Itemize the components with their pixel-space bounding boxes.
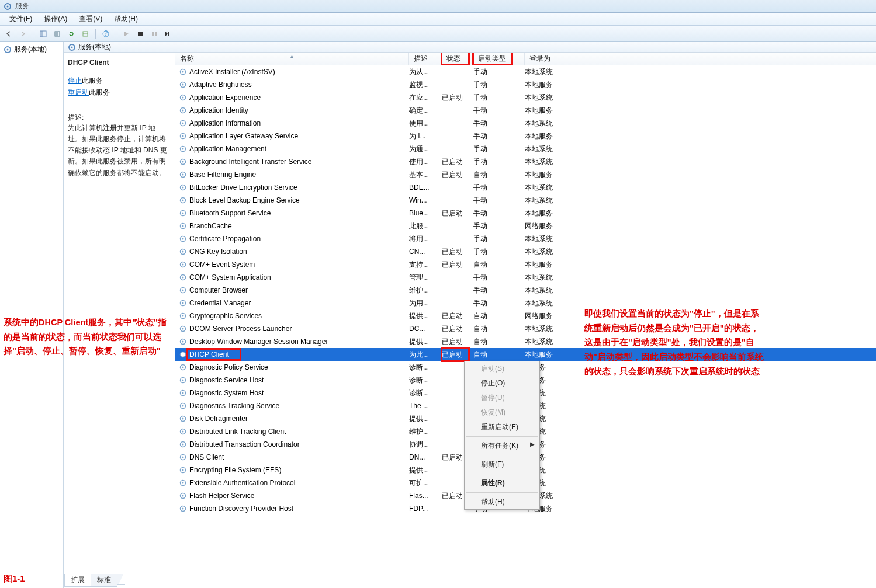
service-startup: 手动	[473, 286, 525, 295]
col-logon-label: 登录为	[529, 54, 550, 64]
service-row[interactable]: Base Filtering Engine基本...已启动自动本地服务	[175, 168, 876, 181]
service-row[interactable]: DCOM Server Process LauncherDC...已启动自动本地…	[175, 322, 876, 335]
service-desc: 诊断...	[409, 375, 442, 385]
service-status: 已启动	[442, 157, 473, 167]
gear-icon	[179, 171, 187, 179]
service-status: 已启动	[442, 311, 473, 321]
svg-point-84	[182, 495, 184, 497]
show-hide-tree-button[interactable]	[37, 27, 50, 40]
gear-icon	[179, 415, 187, 423]
stop-service-button[interactable]	[134, 27, 147, 40]
service-row[interactable]: Application Identity确定...手动本地服务	[175, 104, 876, 117]
col-status[interactable]: 状态	[442, 53, 473, 65]
svg-point-64	[182, 367, 184, 368]
service-name: Block Level Backup Engine Service	[189, 196, 300, 204]
service-row[interactable]: Bluetooth Support ServiceBlue...已启动手动本地服…	[175, 207, 876, 220]
context-menu-item[interactable]: 刷新(F)	[465, 457, 539, 472]
col-logon[interactable]: 登录为	[525, 53, 577, 65]
service-row[interactable]: Block Level Backup Engine ServiceWin...手…	[175, 194, 876, 207]
service-row[interactable]: BranchCache此服...手动网络服务	[175, 220, 876, 232]
menu-action[interactable]: 操作(A)	[38, 13, 73, 25]
service-name: Distributed Transaction Coordinator	[189, 440, 300, 448]
col-startup[interactable]: 启动类型	[473, 53, 525, 65]
service-row[interactable]: Cryptographic Services提供...已启动自动网络服务	[175, 309, 876, 322]
service-desc: FDP...	[409, 505, 442, 513]
service-row[interactable]: BitLocker Drive Encryption ServiceBDE...…	[175, 181, 876, 194]
menu-file[interactable]: 文件(F)	[4, 13, 38, 25]
service-row[interactable]: COM+ System Application管理...手动本地系统	[175, 271, 876, 284]
gear-icon	[179, 363, 187, 371]
description-text: 为此计算机注册并更新 IP 地址。如果此服务停止，计算机将不能接收动态 IP 地…	[68, 123, 169, 179]
service-name: Certificate Propagation	[189, 235, 261, 243]
service-desc: 可扩...	[409, 478, 442, 488]
gear-icon	[179, 81, 187, 89]
service-row[interactable]: COM+ Event System支持...已启动自动本地服务	[175, 258, 876, 271]
service-row[interactable]: Desktop Window Manager Session Manager提供…	[175, 335, 876, 348]
menu-help[interactable]: 帮助(H)	[108, 13, 144, 25]
service-startup: 手动	[473, 157, 525, 167]
stop-link[interactable]: 停止	[68, 76, 82, 85]
service-row[interactable]: DHCP Client为此...已启动自动本地服务	[175, 348, 876, 361]
service-row[interactable]: Application Information使用...手动本地系统	[175, 117, 876, 130]
start-service-button[interactable]	[120, 27, 133, 40]
back-button[interactable]	[2, 27, 15, 40]
svg-point-1	[7, 5, 9, 7]
service-row[interactable]: Background Intelligent Transfer Service使…	[175, 155, 876, 168]
toolbar-separator	[95, 29, 96, 39]
forward-button[interactable]	[16, 27, 29, 40]
service-row[interactable]: CNG Key IsolationCN...已启动手动本地系统	[175, 245, 876, 258]
service-row[interactable]: Computer Browser维护...手动本地系统	[175, 284, 876, 297]
context-menu-item[interactable]: 重新启动(E)	[465, 420, 539, 434]
gear-icon	[179, 273, 187, 281]
col-name[interactable]: 名称▲	[175, 53, 409, 65]
context-menu-item[interactable]: 所有任务(K)▶	[465, 439, 539, 453]
service-logon: 网络服务	[525, 221, 577, 231]
svg-point-70	[182, 405, 184, 407]
restart-service-button[interactable]	[162, 27, 175, 40]
context-menu-item[interactable]: 停止(O)	[465, 376, 539, 391]
context-menu-item[interactable]: 帮助(H)	[465, 495, 539, 509]
service-row[interactable]: ActiveX Installer (AxInstSV)为从...手动本地系统	[175, 65, 876, 78]
gear-icon	[179, 119, 187, 127]
restart-link-suffix: 此服务	[89, 88, 110, 96]
service-name: Extensible Authentication Protocol	[189, 479, 295, 487]
help-button[interactable]: ?	[99, 27, 112, 40]
refresh-button[interactable]	[65, 27, 78, 40]
tree-node-services-local[interactable]: 服务(本地)	[4, 44, 60, 54]
service-name: Bluetooth Support Service	[189, 209, 271, 217]
service-row[interactable]: Credential Manager为用...手动本地系统	[175, 297, 876, 309]
service-name: Distributed Link Tracking Client	[189, 427, 286, 436]
service-row[interactable]: Adaptive Brightness监视...手动本地服务	[175, 78, 876, 91]
service-startup: 手动	[473, 221, 525, 231]
gear-icon	[179, 479, 187, 487]
svg-rect-10	[152, 32, 154, 36]
tab-extended[interactable]: 扩展	[64, 574, 91, 587]
service-name: Flash Helper Service	[189, 492, 254, 500]
context-menu-item[interactable]: 属性(R)	[465, 476, 539, 490]
annotation-left: 系统中的DHCP Client服务，其中"状态"指的是当前的状态，而当前状态我们…	[4, 315, 173, 359]
service-row[interactable]: Application Layer Gateway Service为 I...手…	[175, 130, 876, 142]
tab-standard[interactable]: 标准	[91, 574, 117, 587]
menu-view[interactable]: 查看(V)	[73, 13, 108, 25]
gear-icon	[179, 402, 187, 410]
services-icon	[68, 43, 76, 51]
service-desc: 使用...	[409, 119, 442, 128]
pause-service-button[interactable]	[148, 27, 161, 40]
service-row[interactable]: Application Management为通...手动本地系统	[175, 142, 876, 155]
service-startup: 手动	[473, 80, 525, 90]
properties-button[interactable]	[79, 27, 92, 40]
service-desc: The ...	[409, 402, 442, 410]
service-logon: 本地服务	[525, 106, 577, 116]
col-desc[interactable]: 描述	[409, 53, 442, 65]
service-desc: 监视...	[409, 80, 442, 90]
service-row[interactable]: Certificate Propagation将用...手动本地系统	[175, 232, 876, 245]
service-row[interactable]: Application Experience在应...已启动手动本地系统	[175, 91, 876, 104]
gear-icon	[179, 196, 187, 204]
restart-link[interactable]: 重启动	[68, 88, 89, 96]
service-logon: 本地服务	[525, 350, 577, 360]
service-startup: 手动	[473, 144, 525, 154]
gear-icon	[179, 106, 187, 114]
export-list-button[interactable]	[51, 27, 64, 40]
figure-label: 图1-1	[4, 573, 25, 584]
svg-point-18	[182, 71, 184, 73]
